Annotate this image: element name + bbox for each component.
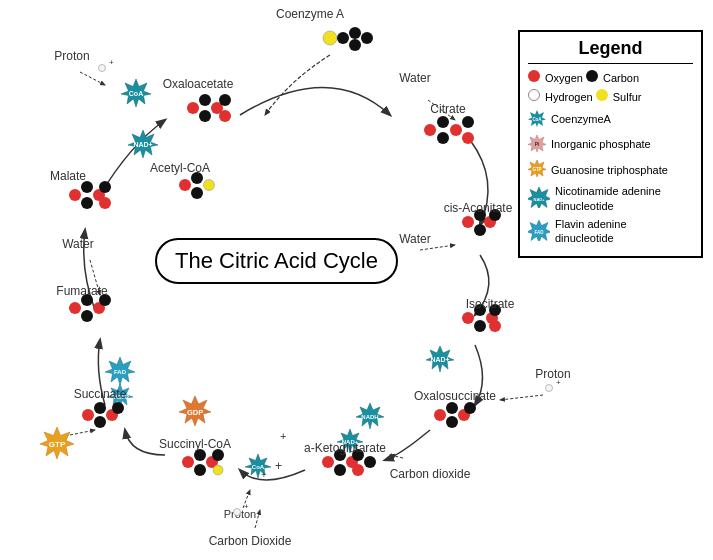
carbon-icon [586, 70, 598, 85]
svg-point-85 [204, 180, 215, 191]
svg-point-54 [364, 456, 376, 468]
oxygen-icon [528, 70, 540, 85]
svg-text:Proton: Proton [535, 367, 570, 381]
svg-point-60 [213, 465, 223, 475]
svg-point-30 [462, 116, 474, 128]
sulfur-icon [596, 89, 608, 104]
svg-text:Malate: Malate [50, 169, 86, 183]
legend-fad: FAD Flavin adeninedinucleotide [528, 217, 693, 246]
svg-text:Proton: Proton [54, 49, 89, 63]
gtp-label: Guanosine triphosphate [551, 163, 668, 177]
svg-point-81 [219, 94, 231, 106]
legend-oxygen: Oxygen Carbon [528, 70, 693, 85]
svg-point-47 [464, 402, 476, 414]
svg-text:Isocitrate: Isocitrate [466, 297, 515, 311]
svg-text:+: + [109, 58, 114, 67]
svg-text:GTP: GTP [49, 440, 66, 449]
svg-point-111 [234, 509, 241, 516]
nad-icon: NAD+ [528, 186, 550, 211]
svg-text:Water: Water [62, 237, 94, 251]
svg-point-77 [187, 102, 199, 114]
svg-text:cis-Aconitate: cis-Aconitate [444, 201, 513, 215]
coenzymea-icon: CoA [528, 109, 546, 130]
svg-point-61 [82, 409, 94, 421]
svg-text:NAD+: NAD+ [533, 197, 545, 202]
svg-text:NADH: NADH [361, 414, 378, 420]
svg-text:NAD+: NAD+ [430, 356, 449, 363]
svg-point-53 [352, 464, 364, 476]
legend-inorganic-phosphate: Pi Inorganic phosphate [528, 134, 693, 155]
svg-text:Succinyl-CoA: Succinyl-CoA [159, 437, 231, 451]
svg-point-31 [462, 132, 474, 144]
svg-point-25 [349, 39, 361, 51]
svg-text:Pi: Pi [535, 141, 540, 147]
svg-point-62 [94, 402, 106, 414]
nad-label: Nicotinamide adeninedinucleotide [555, 184, 661, 213]
svg-text:Coenzyme A: Coenzyme A [276, 7, 344, 21]
svg-point-80 [199, 110, 211, 122]
svg-point-28 [450, 124, 462, 136]
oxygen-label: Oxygen [545, 71, 583, 85]
svg-point-29 [437, 132, 449, 144]
svg-point-23 [349, 27, 361, 39]
svg-point-42 [489, 320, 501, 332]
svg-text:+: + [275, 459, 282, 473]
svg-text:+: + [244, 502, 249, 511]
svg-point-43 [434, 409, 446, 421]
svg-point-46 [446, 416, 458, 428]
legend-coenzymea: CoA CoenzymeA [528, 109, 693, 130]
svg-text:Carbon dioxide: Carbon dioxide [390, 467, 471, 481]
svg-point-58 [194, 464, 206, 476]
legend-title: Legend [528, 38, 693, 64]
svg-point-65 [112, 402, 124, 414]
svg-point-51 [334, 464, 346, 476]
svg-point-44 [446, 402, 458, 414]
svg-text:Oxalosuccinate: Oxalosuccinate [414, 389, 496, 403]
inorganic-phosphate-icon: Pi [528, 134, 546, 155]
hydrogen-label: Hydrogen [545, 90, 593, 104]
main-diagram: NAD+ NADH NAD+ NAD+ FAD FADH2 CoA GDP GT… [0, 0, 713, 560]
svg-text:+: + [280, 430, 286, 442]
gtp-icon: GTP [528, 159, 546, 180]
hydrogen-icon [528, 89, 540, 104]
svg-text:Water: Water [399, 71, 431, 85]
svg-point-64 [94, 416, 106, 428]
legend-box: Legend Oxygen Carbon Hydrogen Sulfur CoA [518, 30, 703, 258]
svg-point-74 [81, 197, 93, 209]
svg-point-82 [219, 110, 231, 122]
svg-point-32 [462, 216, 474, 228]
svg-text:CoA: CoA [252, 464, 265, 470]
svg-text:GDP: GDP [187, 408, 203, 417]
svg-point-40 [474, 320, 486, 332]
svg-text:CoA: CoA [532, 117, 542, 122]
svg-text:GTP: GTP [532, 167, 541, 172]
svg-point-37 [462, 312, 474, 324]
inorganic-phosphate-label: Inorganic phosphate [551, 137, 651, 151]
svg-text:Water: Water [399, 232, 431, 246]
svg-text:FAD: FAD [114, 369, 127, 375]
svg-point-78 [199, 94, 211, 106]
svg-text:a-Ketoglutarate: a-Ketoglutarate [304, 441, 386, 455]
legend-hydrogen: Hydrogen Sulfur [528, 89, 693, 104]
svg-point-48 [322, 456, 334, 468]
legend-nad: NAD+ Nicotinamide adeninedinucleotide [528, 184, 693, 213]
svg-point-107 [99, 65, 106, 72]
svg-point-35 [474, 224, 486, 236]
svg-point-75 [99, 181, 111, 193]
carbon-label: Carbon [603, 71, 639, 85]
fad-label: Flavin adeninedinucleotide [555, 217, 627, 246]
svg-text:+: + [556, 378, 561, 387]
svg-point-69 [81, 310, 93, 322]
legend-gtp: GTP Guanosine triphosphate [528, 159, 693, 180]
svg-point-21 [323, 31, 337, 45]
svg-point-76 [99, 197, 111, 209]
svg-text:CoA: CoA [129, 90, 143, 97]
svg-point-27 [437, 116, 449, 128]
svg-text:Carbon Dioxide: Carbon Dioxide [209, 534, 292, 548]
svg-text:NAD+: NAD+ [133, 141, 152, 148]
fad-icon: FAD [528, 219, 550, 244]
svg-point-26 [424, 124, 436, 136]
sulfur-label: Sulfur [613, 90, 642, 104]
svg-text:FAD: FAD [535, 229, 545, 234]
svg-text:+: + [261, 470, 266, 480]
